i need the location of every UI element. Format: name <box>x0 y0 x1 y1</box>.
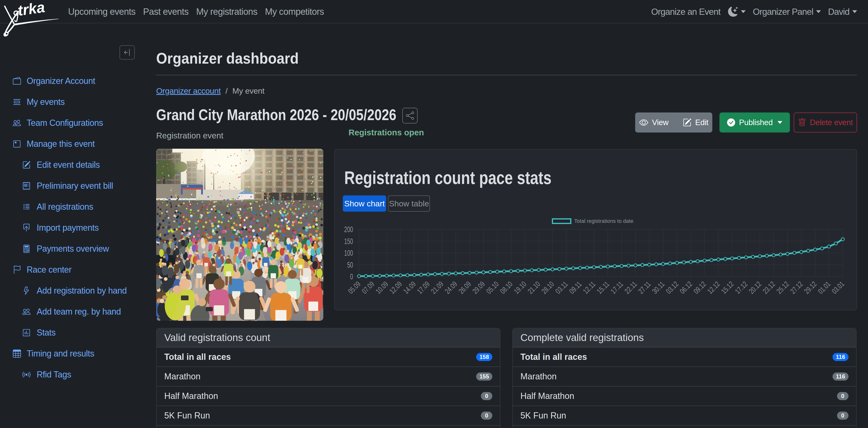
svg-text:03.01: 03.01 <box>830 280 846 295</box>
svg-text:25.12: 25.12 <box>775 280 790 295</box>
svg-text:03.11: 03.11 <box>554 280 569 295</box>
svg-text:23.12: 23.12 <box>761 280 777 295</box>
svg-text:12.09: 12.09 <box>388 280 404 295</box>
svg-text:19.10: 19.10 <box>512 280 528 295</box>
svg-text:01.01: 01.01 <box>816 280 832 295</box>
svg-text:0: 0 <box>350 272 353 281</box>
svg-text:12.12: 12.12 <box>706 280 721 295</box>
svg-text:26.09: 26.09 <box>457 280 473 295</box>
svg-text:24.09: 24.09 <box>443 280 459 295</box>
svg-text:150: 150 <box>344 237 353 246</box>
svg-text:05.10: 05.10 <box>485 280 500 295</box>
svg-text:10.09: 10.09 <box>374 280 390 295</box>
svg-text:08.10: 08.10 <box>498 280 514 295</box>
svg-text:15.11: 15.11 <box>595 280 611 295</box>
svg-text:14.09: 14.09 <box>402 280 417 295</box>
svg-text:17.12: 17.12 <box>734 280 749 295</box>
svg-text:03.12: 03.12 <box>664 280 680 295</box>
svg-text:09.12: 09.12 <box>692 280 708 295</box>
svg-text:27.12: 27.12 <box>789 280 804 295</box>
svg-text:22.11: 22.11 <box>623 280 639 295</box>
svg-text:07.09: 07.09 <box>360 280 376 295</box>
svg-text:28.10: 28.10 <box>540 280 556 295</box>
svg-text:50: 50 <box>347 260 353 269</box>
svg-text:05.09: 05.09 <box>346 280 362 295</box>
svg-text:30.11: 30.11 <box>650 280 666 295</box>
svg-text:17.09: 17.09 <box>415 280 431 295</box>
svg-text:17.11: 17.11 <box>609 280 625 295</box>
svg-text:12.11: 12.11 <box>581 280 597 295</box>
svg-text:06.12: 06.12 <box>678 280 694 295</box>
svg-text:21.09: 21.09 <box>430 280 445 295</box>
svg-text:20.12: 20.12 <box>747 280 763 295</box>
svg-text:29.12: 29.12 <box>803 280 818 295</box>
svg-text:21.10: 21.10 <box>526 280 542 295</box>
svg-text:15.12: 15.12 <box>720 280 735 295</box>
svg-text:trka: trka <box>17 1 46 19</box>
svg-text:100: 100 <box>344 248 353 257</box>
svg-text:200: 200 <box>344 225 353 234</box>
svg-text:09.11: 09.11 <box>567 280 583 295</box>
svg-text:29.09: 29.09 <box>471 280 487 295</box>
svg-text:27.11: 27.11 <box>637 280 652 295</box>
